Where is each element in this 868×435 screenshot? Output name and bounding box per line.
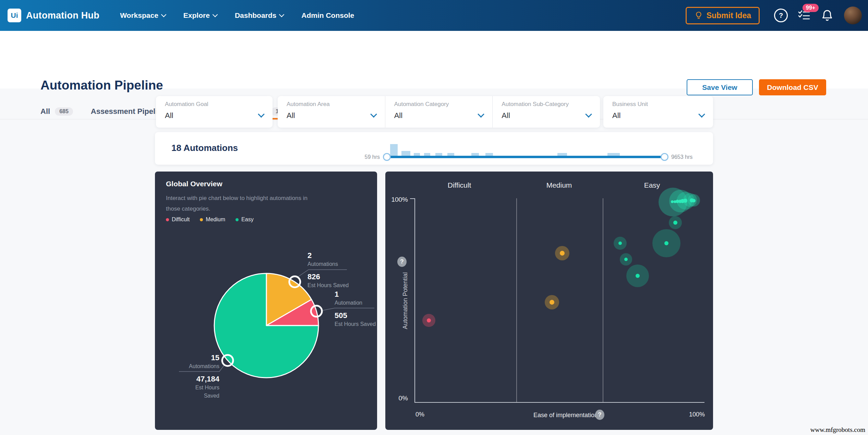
filter-label: Automation Area [287,101,377,108]
x-axis-title: Ease of implementation [533,412,598,419]
nav-item-dashboards[interactable]: Dashboards [235,11,284,20]
slider-min-label: 59 hrs [347,154,380,160]
callout-hours-label: Est Hours Saved [335,320,376,328]
filter-value: All [165,111,264,120]
histogram-bar [447,153,454,156]
nav-menu: WorkspaceExploreDashboardsAdmin Console [120,11,354,20]
callout-hours: 826 [308,272,349,281]
automations-count: 18 Automations [171,143,238,153]
callout-count: 2 [308,251,349,260]
histogram-bar [424,153,430,156]
callout-medium: 2 Automations 826 Est Hours Saved [308,251,349,290]
histogram-bar [471,153,479,156]
uipath-logo-icon: Ui [8,9,21,22]
filter-automation-sub-category[interactable]: Automation Sub-Category All [492,96,600,128]
bubble-cluster-dot [692,199,696,202]
bubble-dot-teal [618,242,622,245]
global-overview-card: Global Overview Interact with pie chart … [155,172,377,430]
bubble-plot-area [414,198,704,402]
notification-badge: 99+ [803,4,819,12]
bubble-dot-teal [636,274,640,278]
callout-count-label: Automations [179,362,219,371]
y-axis-top-tick [410,198,414,199]
filter-value: All [612,111,705,120]
ease-of-implementation-help-icon[interactable]: ? [595,410,604,420]
filter-card-goal: Automation Goal All [156,96,273,128]
filter-value: All [502,111,592,120]
callout-hours: 47,184 [179,375,219,384]
callout-count: 1 [335,290,376,299]
automations-count-card: 18 Automations 59 hrs 9653 hrs [155,132,713,165]
watermark: www.mfgrobots.com [810,426,865,434]
submit-idea-button[interactable]: Submit Idea [686,7,760,24]
callout-count-label: Automations [308,260,349,268]
callout-hours-label: Est Hours Saved [308,281,349,290]
filter-value: All [287,111,377,120]
filter-label: Business Unit [612,101,705,108]
histogram-bar [390,144,398,156]
lightbulb-icon [694,11,703,20]
histogram-bar [557,153,567,156]
chevron-down-icon [161,12,167,17]
bubble-dot-teal [624,258,628,261]
histogram-bar [435,153,442,156]
brand[interactable]: Ui Automation Hub [8,9,99,22]
chevron-down-icon [213,12,218,17]
user-avatar[interactable] [844,7,862,24]
filter-automation-goal[interactable]: Automation Goal All [156,96,273,128]
callout-hours-label: Est Hours Saved [179,384,219,400]
histogram-bar [485,153,493,156]
filter-business-unit[interactable]: Business Unit All [603,96,713,128]
nav-item-workspace[interactable]: Workspace [120,11,166,20]
tab-count-badge: 685 [55,107,73,116]
filter-label: Automation Sub-Category [502,101,592,108]
y-axis-max-label: 100% [388,196,408,203]
x-axis-max-label: 100% [680,411,705,418]
submit-idea-label: Submit Idea [707,11,751,20]
callout-count: 15 [179,353,219,362]
nav-item-explore[interactable]: Explore [183,11,217,20]
y-axis-title: Automation Potential [402,246,409,356]
bell-icon[interactable] [821,9,834,22]
callout-easy: 15 Automations 47,184 Est Hours Saved [179,353,219,400]
tasks-icon[interactable]: 99+ [798,9,810,22]
callout-difficult: 1 Automation 505 Est Hours Saved [335,290,376,328]
brand-title: Automation Hub [26,10,99,21]
bubble-dot-teal [673,221,677,225]
slider-max-label: 9653 hrs [671,154,692,160]
page-header: Automation Pipeline Save View Download C… [0,31,868,89]
column-label-difficult: Difficult [425,181,494,189]
help-icon[interactable]: ? [774,9,788,22]
filter-automation-category[interactable]: Automation Category All [385,96,493,128]
automation-hub-page: Ui Automation Hub WorkspaceExploreDashbo… [0,0,868,435]
filter-automation-area[interactable]: Automation Area All [278,96,385,128]
callout-hours: 505 [335,311,376,320]
column-label-medium: Medium [525,181,593,189]
filter-card-group: Automation Area All Automation Category … [278,96,600,128]
chevron-down-icon [279,12,285,17]
callout-count-label: Automation [335,299,376,307]
hours-range-slider[interactable] [387,156,664,158]
filter-card-business-unit: Business Unit All [603,96,713,128]
filter-label: Automation Goal [165,101,264,108]
slider-handle-max[interactable] [661,153,668,161]
save-view-button[interactable]: Save View [687,79,753,95]
slider-handle-min[interactable] [383,153,391,161]
histogram-bar [414,153,420,156]
nav-right: Submit Idea ? 99+ [686,0,862,31]
download-csv-button[interactable]: Download CSV [759,79,826,95]
x-axis-line [414,402,704,403]
histogram-bar [607,153,620,156]
x-axis-min-label: 0% [415,411,424,418]
tab-all[interactable]: All685 [40,104,73,119]
histogram-bar [401,151,410,156]
hours-histogram [387,141,664,156]
filter-value: All [394,111,484,120]
page-title: Automation Pipeline [40,78,163,93]
nav-item-admin-console[interactable]: Admin Console [301,11,354,20]
y-axis-min-label: 0% [397,395,408,402]
filter-label: Automation Category [394,101,484,108]
top-navbar: Ui Automation Hub WorkspaceExploreDashbo… [0,0,868,31]
bubble-dot-teal [664,241,668,245]
pipeline-bubble-chart-card: Difficult Medium Easy 100% 0% ? Automati… [385,172,713,430]
